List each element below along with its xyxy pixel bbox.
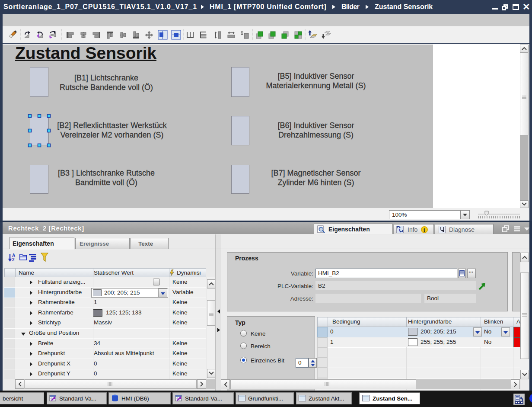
svg-text:2: 2 [12, 257, 15, 262]
